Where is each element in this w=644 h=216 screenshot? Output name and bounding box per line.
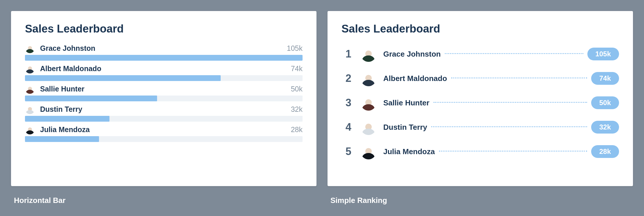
avatar: [25, 104, 35, 114]
card-simple-ranking: Sales Leaderboard 1 Grace Johnston 105k …: [328, 11, 633, 186]
ranking-row: 4 Dustin Terry 32k: [341, 119, 619, 135]
bar-track: [25, 75, 303, 81]
dotted-leader: [439, 151, 587, 152]
leaderboard-row: Grace Johnston 105k: [25, 43, 303, 61]
caption-simple-ranking: Simple Ranking: [328, 196, 633, 205]
bar-fill: [25, 116, 109, 122]
person-name: Sallie Hunter: [383, 98, 429, 107]
avatar: [25, 43, 35, 53]
bar-track: [25, 96, 303, 101]
person-value: 32k: [291, 105, 303, 114]
person-value: 105k: [287, 44, 303, 53]
person-name: Julia Mendoza: [383, 147, 435, 156]
person-value: 28k: [291, 125, 303, 134]
card-title: Sales Leaderboard: [25, 23, 303, 35]
avatar: [361, 119, 376, 135]
avatar: [25, 84, 35, 94]
horizontal-bar-list: Grace Johnston 105k Albert Maldonado 74k: [25, 43, 303, 142]
person-name: Albert Maldonado: [383, 74, 447, 83]
person-name: Sallie Hunter: [40, 85, 84, 93]
rank-number: 4: [341, 121, 355, 133]
dotted-leader: [431, 126, 587, 127]
avatar: [361, 71, 376, 86]
bar-fill: [25, 136, 99, 142]
bar-track: [25, 116, 303, 122]
leaderboard-row: Julia Mendoza 28k: [25, 125, 303, 142]
rank-number: 2: [341, 72, 355, 84]
value-pill: 105k: [587, 48, 619, 60]
person-value: 50k: [291, 85, 303, 93]
bar-fill: [25, 55, 303, 61]
leaderboard-row: Sallie Hunter 50k: [25, 84, 303, 101]
card-title: Sales Leaderboard: [341, 23, 619, 35]
bar-fill: [25, 75, 221, 81]
person-name: Grace Johnston: [383, 50, 441, 59]
dotted-leader: [445, 53, 583, 54]
card-horizontal-bar: Sales Leaderboard Grace Johnston 105k Al…: [11, 11, 316, 186]
leaderboard-row: Dustin Terry 32k: [25, 104, 303, 122]
bar-track: [25, 55, 303, 61]
dotted-leader: [451, 78, 587, 78]
value-pill: 28k: [591, 145, 619, 158]
bar-track: [25, 136, 303, 142]
avatar: [25, 125, 35, 134]
value-pill: 32k: [591, 121, 619, 134]
dotted-leader: [433, 102, 587, 103]
person-name: Dustin Terry: [40, 105, 82, 114]
caption-horizontal-bar: Horizontal Bar: [11, 196, 316, 205]
person-name: Grace Johnston: [40, 44, 95, 53]
person-value: 74k: [291, 64, 303, 73]
ranking-row: 1 Grace Johnston 105k: [341, 46, 619, 62]
ranking-row: 5 Julia Mendoza 28k: [341, 144, 619, 159]
bar-fill: [25, 96, 157, 101]
ranking-list: 1 Grace Johnston 105k 2 Albert Maldonado…: [341, 46, 619, 159]
avatar: [361, 46, 376, 62]
rank-number: 5: [341, 145, 355, 158]
avatar: [25, 64, 35, 73]
value-pill: 74k: [591, 72, 619, 85]
ranking-row: 2 Albert Maldonado 74k: [341, 71, 619, 86]
person-name: Dustin Terry: [383, 123, 427, 132]
person-name: Albert Maldonado: [40, 64, 101, 73]
avatar: [361, 95, 376, 111]
rank-number: 1: [341, 48, 355, 60]
ranking-row: 3 Sallie Hunter 50k: [341, 95, 619, 111]
leaderboard-row: Albert Maldonado 74k: [25, 64, 303, 81]
person-name: Julia Mendoza: [40, 125, 90, 134]
avatar: [361, 144, 376, 159]
value-pill: 50k: [591, 96, 619, 109]
rank-number: 3: [341, 97, 355, 109]
